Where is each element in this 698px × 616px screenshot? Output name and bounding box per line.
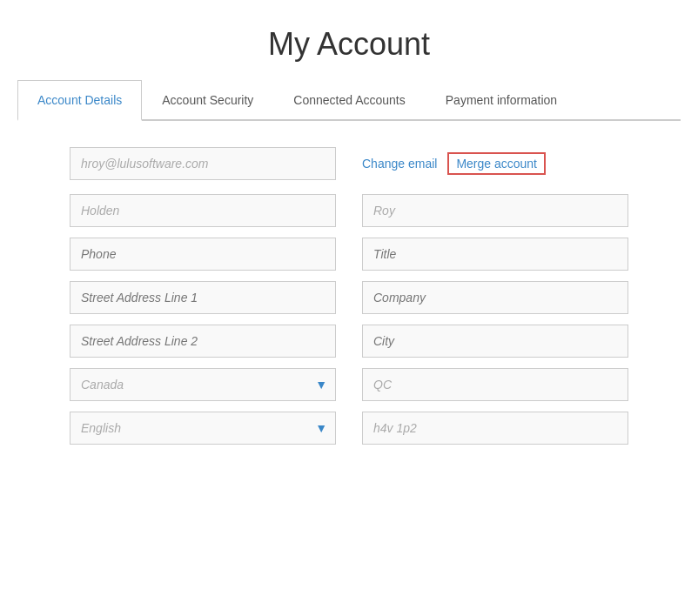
tabs-container: Account Details Account Security Connect… [17,80,681,121]
postal-input[interactable] [362,412,628,445]
country-select-wrapper: Canada United States United Kingdom ▼ [70,368,336,401]
tab-account-details[interactable]: Account Details [17,80,142,121]
page-title-section: My Account [0,0,698,80]
language-select-wrapper: English French Spanish ▼ [70,412,336,445]
form-grid: Change email Merge account Canada United… [70,147,628,445]
province-input[interactable] [362,368,628,401]
merge-account-button[interactable]: Merge account [447,152,546,175]
first-name-input[interactable] [70,194,336,227]
phone-input[interactable] [70,238,336,271]
country-select[interactable]: Canada United States United Kingdom [70,368,336,401]
language-select[interactable]: English French Spanish [70,412,336,445]
email-input-wrapper [70,147,336,180]
city-input[interactable] [362,325,628,358]
right-column [362,194,628,445]
title-input[interactable] [362,238,628,271]
content-area: Change email Merge account Canada United… [0,121,698,471]
last-name-input[interactable] [362,194,628,227]
change-email-link[interactable]: Change email [362,157,437,171]
page-title: My Account [0,26,698,63]
tab-connected-accounts[interactable]: Connected Accounts [273,80,425,119]
address1-input[interactable] [70,281,336,314]
tab-account-security[interactable]: Account Security [142,80,273,119]
company-input[interactable] [362,281,628,314]
address2-input[interactable] [70,325,336,358]
tab-payment-information[interactable]: Payment information [426,80,577,119]
email-input[interactable] [70,147,336,180]
email-row: Change email Merge account [70,147,628,180]
email-actions: Change email Merge account [362,152,546,175]
left-column: Canada United States United Kingdom ▼ En… [70,194,336,445]
